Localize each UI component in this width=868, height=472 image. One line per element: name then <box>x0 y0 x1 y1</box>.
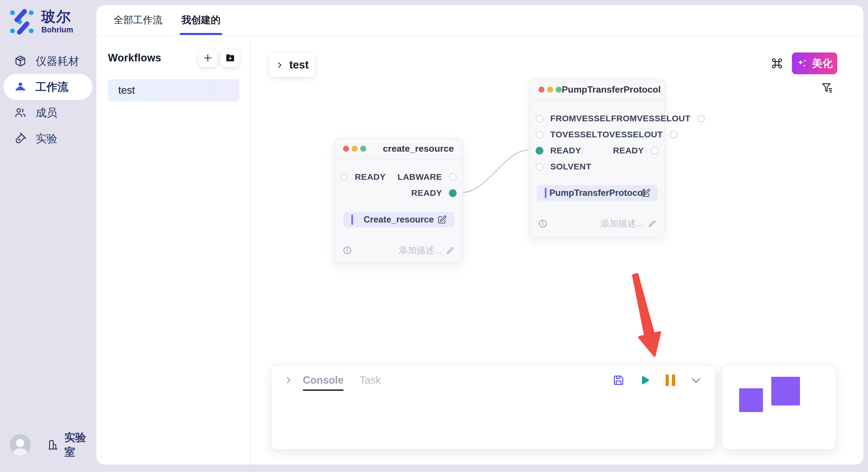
collapse-console-button[interactable] <box>689 374 703 387</box>
edit-icon[interactable] <box>641 188 651 198</box>
chevron-right-icon[interactable] <box>284 376 293 385</box>
save-icon <box>612 374 625 386</box>
import-workflow-button[interactable] <box>221 49 239 67</box>
user-avatar[interactable] <box>10 434 31 456</box>
flow-canvas[interactable]: test 美化 <box>251 36 863 465</box>
workflow-list-item-test[interactable]: test <box>108 79 239 102</box>
traffic-green-dot <box>360 146 366 152</box>
info-icon[interactable] <box>342 245 352 255</box>
input-port-tovessel: TOVESSEL <box>536 130 597 139</box>
port-handle-connected[interactable] <box>536 147 544 155</box>
sidebar-item-workflow[interactable]: 工作流 <box>3 74 92 100</box>
port-handle[interactable] <box>340 173 348 181</box>
brand-text: 玻尔 Bohrium <box>41 9 73 34</box>
save-button[interactable] <box>612 374 625 387</box>
node-header: PumpTransferProtocol <box>530 79 664 100</box>
app-root: 玻尔 Bohrium 仪器耗材 工作流 <box>0 0 868 472</box>
building-icon <box>47 438 59 451</box>
traffic-yellow-dot <box>352 146 358 152</box>
node-footer: 添加描述... <box>538 217 657 230</box>
port-handle[interactable] <box>536 115 544 123</box>
pause-button[interactable] <box>663 374 677 387</box>
sidebar-item-experiments[interactable]: 实验 <box>3 126 92 151</box>
play-icon <box>638 374 651 386</box>
sidebar-item-instruments[interactable]: 仪器耗材 <box>3 48 92 74</box>
folder-import-icon <box>225 53 236 63</box>
add-workflow-button[interactable] <box>198 49 217 67</box>
workflow-icon <box>14 80 27 94</box>
port-label: LABWARE <box>398 172 442 182</box>
console-actions <box>612 374 703 387</box>
node-title: PumpTransferProtocol <box>562 84 661 95</box>
node-description-placeholder[interactable]: 添加描述... <box>600 217 657 230</box>
input-port-solvent: SOLVENT <box>536 162 591 171</box>
sidebar-item-label: 成员 <box>36 105 57 120</box>
node-description-placeholder[interactable]: 添加描述... <box>399 244 455 256</box>
filter-button[interactable] <box>820 81 834 95</box>
port-handle[interactable] <box>536 163 544 171</box>
workflow-list-panel: Workflows test <box>96 36 251 465</box>
node-action-button[interactable]: Create_resource <box>343 212 454 227</box>
minimap-node-pump-transfer <box>771 377 800 405</box>
main-content: 全部工作流 我创建的 Workflows <box>96 5 863 465</box>
tab-label: 全部工作流 <box>114 13 162 27</box>
port-handle-connected[interactable] <box>449 189 457 197</box>
tab-my-created[interactable]: 我创建的 <box>181 5 220 35</box>
shortcut-panel-button[interactable] <box>770 56 784 71</box>
port-label: READY <box>355 172 386 182</box>
tab-console[interactable]: Console <box>303 374 344 386</box>
port-handle[interactable] <box>697 115 705 123</box>
brand-name-zh: 玻尔 <box>41 9 73 24</box>
brand-name-en: Bohrium <box>41 26 73 34</box>
traffic-yellow-dot <box>547 87 553 93</box>
info-icon[interactable] <box>538 219 548 229</box>
edit-icon[interactable] <box>437 214 447 225</box>
sidebar-item-label: 实验 <box>36 131 57 146</box>
breadcrumb-label: test <box>289 59 309 71</box>
port-handle[interactable] <box>670 131 677 138</box>
port-label: READY <box>550 146 581 156</box>
action-label: PumpTransferProtocol <box>537 188 658 198</box>
experiment-icon <box>14 132 27 145</box>
sidebar: 玻尔 Bohrium 仪器耗材 工作流 <box>0 0 96 472</box>
box-icon <box>14 55 27 68</box>
beautify-label: 美化 <box>812 57 833 71</box>
port-label: SOLVENT <box>550 162 591 171</box>
pencil-icon <box>648 219 657 228</box>
workflow-item-label: test <box>118 84 135 96</box>
workspace-label: 实验室 <box>64 430 96 460</box>
breadcrumb[interactable]: test <box>270 53 315 77</box>
sidebar-item-members[interactable]: 成员 <box>3 100 92 126</box>
traffic-light-dots <box>343 146 366 152</box>
tab-label: Console <box>303 374 344 386</box>
plus-icon <box>203 53 213 63</box>
workspace-switcher[interactable]: 实验室 <box>47 430 96 460</box>
node-action-button[interactable]: PumpTransferProtocol <box>537 185 658 201</box>
port-handle[interactable] <box>651 147 658 155</box>
action-accent-bar <box>545 188 547 198</box>
port-label: FROMVESSELOUT <box>611 113 691 123</box>
traffic-light-dots <box>538 87 562 93</box>
console-panel: Console Task <box>271 365 716 450</box>
node-pump-transfer-protocol[interactable]: PumpTransferProtocol FROMVESSEL FROMVESS… <box>529 78 665 237</box>
run-button[interactable] <box>638 374 651 387</box>
traffic-red-dot <box>343 146 349 152</box>
edge-create-to-pump <box>462 150 529 193</box>
sidebar-nav: 仪器耗材 工作流 成员 <box>3 48 92 151</box>
port-handle[interactable] <box>536 131 544 138</box>
input-port-ready: READY <box>536 146 581 156</box>
workflow-tabbar: 全部工作流 我创建的 <box>96 5 863 36</box>
output-port-labware: LABWARE <box>398 172 457 182</box>
tab-all-workflows[interactable]: 全部工作流 <box>114 5 162 35</box>
port-handle[interactable] <box>449 173 457 181</box>
node-ports: FROMVESSEL FROMVESSELOUT TOVESSEL <box>530 110 664 175</box>
port-label: READY <box>411 188 442 198</box>
minimap[interactable] <box>722 365 836 450</box>
pencil-icon <box>446 246 455 255</box>
sparkles-icon <box>797 58 808 69</box>
node-create-resource[interactable]: create_resource READY LABWARE <box>334 138 463 263</box>
beautify-button[interactable]: 美化 <box>792 53 837 74</box>
tab-task[interactable]: Task <box>360 374 381 386</box>
brand-logo[interactable]: 玻尔 Bohrium <box>9 9 73 35</box>
command-icon <box>770 56 784 71</box>
